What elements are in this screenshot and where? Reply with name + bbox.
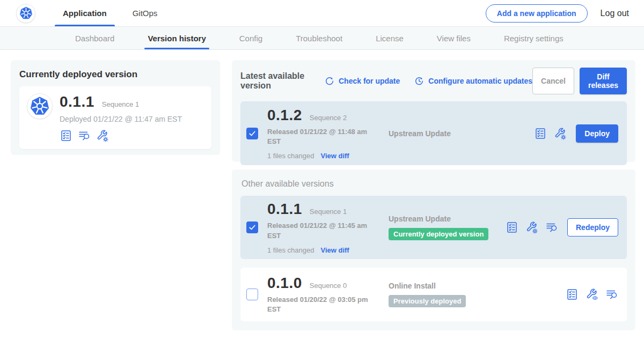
previously-deployed-badge: Previously deployed [389,295,466,307]
config-icon[interactable] [554,127,567,140]
tab-application[interactable]: Application [55,0,115,26]
latest-available-title: Latest available version [240,71,310,91]
version-released: Released 01/21/22 @ 11:48 amEST [267,127,375,146]
version-card-0-1-2: 0.1.2 Sequence 2 Released 01/21/22 @ 11:… [240,101,627,165]
checkmark-icon [248,130,256,137]
currently-deployed-card: 0.1.1 Sequence 1 Deployed 01/21/22 @ 11:… [19,86,211,149]
version-number: 0.1.0 [267,275,302,292]
subnav-config[interactable]: Config [238,27,264,49]
config-icon[interactable] [525,221,538,234]
subnav-dashboard[interactable]: Dashboard [74,27,115,49]
current-deployed-timestamp: Deployed 01/21/22 @ 11:47 am EST [60,115,182,123]
version-checkbox[interactable] [246,221,258,233]
subnav-registry-settings[interactable]: Registry settings [503,27,565,49]
currently-deployed-title: Currently deployed version [19,69,211,80]
preflight-checks-icon[interactable] [566,288,579,301]
top-navbar: Application GitOps Add a new application… [0,0,644,27]
configure-auto-updates-link[interactable]: Configure automatic updates [414,76,532,86]
version-number: 0.1.2 [267,107,302,124]
subnav-license[interactable]: License [375,27,405,49]
version-released: Released 01/21/22 @ 11:45 amEST [267,221,375,240]
files-changed: 1 files changedView diff [267,152,375,160]
version-source: Upstream Update [389,129,534,138]
other-versions-title: Other available versions [241,179,627,189]
config-view-icon[interactable] [586,288,598,301]
version-sequence: Sequence 2 [310,114,347,122]
app-window: Application GitOps Add a new application… [0,0,644,340]
diff-releases-button[interactable]: Diff releases [580,68,627,94]
version-released: Released 01/20/22 @ 03:05 pmEST [267,295,375,314]
preflight-checks-icon[interactable] [60,129,72,142]
kubernetes-logo [16,4,35,23]
latest-available-panel: Latest available version Check for updat… [232,60,635,162]
version-source: Online Install [389,282,566,290]
version-card-0-1-0: 0.1.0 Sequence 0 Released 01/20/22 @ 03:… [240,268,627,321]
tab-gitops-label: GitOps [133,9,158,18]
main-content: Currently deployed version 0.1.1 Sequenc… [0,50,644,339]
version-card-0-1-1: 0.1.1 Sequence 1 Released 01/21/22 @ 11:… [240,196,627,259]
kubernetes-helm-icon [19,6,33,20]
schedule-refresh-icon [414,76,425,86]
refresh-icon [324,76,335,86]
app-subnav: Dashboard Version history Config Trouble… [0,27,644,50]
subnav-troubleshoot[interactable]: Troubleshoot [295,27,343,49]
config-icon[interactable] [96,129,109,142]
kubernetes-helm-icon [29,95,50,117]
version-number: 0.1.1 [267,201,302,218]
preflight-checks-icon[interactable] [534,127,547,140]
subnav-version-history[interactable]: Version history [147,27,207,49]
deploy-logs-icon[interactable] [605,288,618,301]
logout-link[interactable]: Log out [601,9,629,18]
latest-available-header: Latest available version Check for updat… [240,68,627,94]
current-version-sequence: Sequence 1 [102,100,139,108]
version-checkbox[interactable] [246,289,258,300]
version-sequence: Sequence 0 [310,282,347,290]
other-versions-panel: Other available versions 0.1.1 Sequence … [232,169,635,330]
subnav-view-files[interactable]: View files [436,27,472,49]
version-sequence: Sequence 1 [310,208,347,216]
files-changed: 1 files changedView diff [267,246,375,254]
top-tabs: Application GitOps [55,0,165,26]
redeploy-button[interactable]: Redeploy [567,218,618,236]
deploy-logs-icon[interactable] [545,221,558,234]
deploy-logs-icon[interactable] [78,129,91,142]
checkmark-icon [248,224,256,231]
version-source: Upstream Update [389,215,506,223]
tab-application-label: Application [63,9,107,18]
version-checkbox[interactable] [246,128,258,139]
deploy-button[interactable]: Deploy [576,124,618,143]
currently-deployed-panel: Currently deployed version 0.1.1 Sequenc… [11,60,220,155]
tab-gitops[interactable]: GitOps [125,0,166,26]
add-application-button[interactable]: Add a new application [486,4,588,23]
view-diff-link[interactable]: View diff [320,246,349,254]
check-for-update-link[interactable]: Check for update [324,76,400,86]
current-version-number: 0.1.1 [60,93,94,110]
cancel-button[interactable]: Cancel [532,68,574,94]
top-right-actions: Add a new application Log out [486,4,644,23]
currently-deployed-badge: Currently deployed version [389,228,488,240]
view-diff-link[interactable]: View diff [320,152,349,160]
app-icon [27,93,53,119]
preflight-checks-icon[interactable] [506,221,518,234]
